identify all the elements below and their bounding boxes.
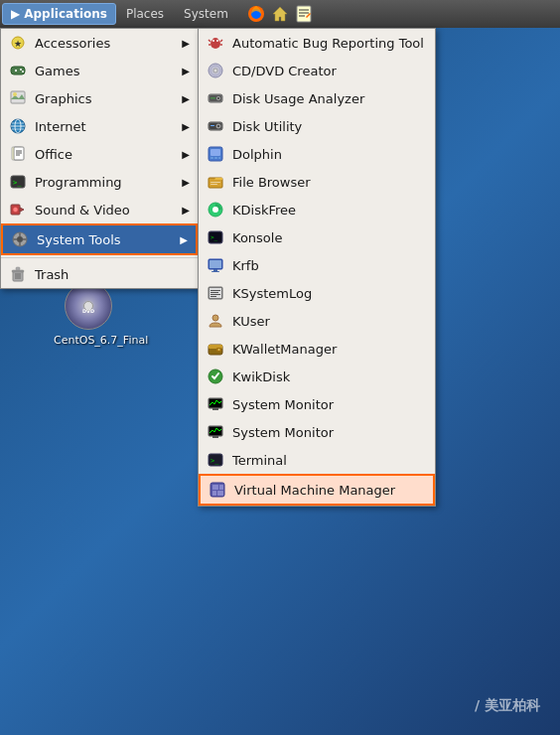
menu-item-sound-video[interactable]: Sound & Video ▶ bbox=[1, 196, 198, 223]
krfb-icon bbox=[207, 256, 224, 274]
taskbar: ▶ Applications Places System bbox=[0, 0, 560, 28]
places-label: Places bbox=[126, 7, 164, 21]
submenu-item-kwikdisk[interactable]: KwikDisk bbox=[199, 363, 435, 390]
ksystemlog-icon bbox=[207, 284, 224, 302]
svg-point-12 bbox=[22, 71, 24, 73]
svg-rect-102 bbox=[219, 485, 223, 490]
menu-item-internet[interactable]: Internet ▶ bbox=[1, 112, 198, 140]
svg-rect-104 bbox=[217, 491, 223, 496]
office-label: Office bbox=[35, 147, 72, 162]
system-tools-label: System Tools bbox=[37, 232, 121, 247]
konsole-label: Konsole bbox=[232, 230, 282, 245]
trash-icon bbox=[9, 265, 27, 283]
places-menu-button[interactable]: Places bbox=[116, 3, 174, 25]
svg-point-31 bbox=[17, 236, 23, 242]
menu-item-accessories[interactable]: ★ Accessories ▶ bbox=[1, 29, 198, 57]
submenu-item-cd-creator[interactable]: CD/DVD Creator bbox=[199, 57, 435, 84]
firefox-icon[interactable] bbox=[246, 4, 266, 24]
virtual-machine-label: Virtual Machine Manager bbox=[234, 483, 395, 498]
submenu-item-kdiskfree[interactable]: KDiskFree bbox=[199, 196, 435, 223]
svg-point-29 bbox=[13, 208, 18, 213]
graphics-icon bbox=[9, 89, 27, 107]
kwikdisk-label: KwikDisk bbox=[232, 369, 290, 384]
internet-icon bbox=[9, 117, 27, 135]
watermark: / 美亚柏科 bbox=[475, 697, 540, 715]
svg-line-44 bbox=[209, 40, 210, 42]
menu-item-trash[interactable]: Trash bbox=[1, 260, 198, 288]
svg-rect-94 bbox=[212, 408, 218, 410]
submenu-item-kwalletmanager[interactable]: KWalletManager bbox=[199, 335, 435, 363]
svg-rect-33 bbox=[19, 242, 21, 246]
submenu-item-dolphin[interactable]: Dolphin bbox=[199, 140, 435, 168]
submenu-item-system-monitor-2[interactable]: System Monitor bbox=[199, 418, 435, 446]
submenu-item-disk-utility[interactable]: Disk Utility bbox=[199, 112, 435, 140]
svg-rect-57 bbox=[210, 97, 215, 99]
system-tools-icon bbox=[11, 230, 29, 248]
system-menu-button[interactable]: System bbox=[174, 3, 238, 25]
svg-point-14 bbox=[13, 92, 17, 96]
submenu-item-krfb[interactable]: Krfb bbox=[199, 251, 435, 279]
accessories-icon: ★ bbox=[9, 34, 27, 52]
svg-point-51 bbox=[213, 69, 217, 73]
sound-video-icon bbox=[9, 201, 27, 219]
text-editor-icon[interactable] bbox=[294, 4, 314, 24]
system-label: System bbox=[184, 7, 228, 21]
system-tools-submenu: Automatic Bug Reporting Tool CD/DVD Crea… bbox=[198, 28, 436, 507]
submenu-item-terminal[interactable]: >_ Terminal bbox=[199, 446, 435, 474]
menu-separator bbox=[1, 257, 198, 258]
kdiskfree-label: KDiskFree bbox=[232, 203, 296, 218]
cd-creator-label: CD/DVD Creator bbox=[232, 64, 337, 78]
submenu-item-disk-usage[interactable]: Disk Usage Analyzer bbox=[199, 84, 435, 112]
svg-rect-82 bbox=[210, 290, 220, 291]
svg-rect-37 bbox=[12, 270, 24, 272]
menu-item-system-tools[interactable]: System Tools ▶ bbox=[1, 223, 198, 255]
sound-video-label: Sound & Video bbox=[35, 203, 130, 218]
file-browser-icon bbox=[207, 173, 224, 191]
svg-rect-79 bbox=[211, 271, 219, 272]
submenu-item-konsole[interactable]: >_ Konsole bbox=[199, 223, 435, 251]
applications-menu: ★ Accessories ▶ Games ▶ bbox=[0, 28, 199, 289]
system-monitor-2-label: System Monitor bbox=[232, 425, 334, 440]
svg-rect-83 bbox=[210, 292, 218, 293]
submenu-item-kuser[interactable]: KUser bbox=[199, 307, 435, 335]
disk-utility-icon bbox=[207, 117, 224, 135]
svg-marker-28 bbox=[20, 208, 24, 212]
office-arrow: ▶ bbox=[182, 149, 190, 160]
submenu-item-ksystemlog[interactable]: KSystemLog bbox=[199, 279, 435, 307]
system-monitor-2-icon bbox=[207, 423, 224, 441]
menu-item-office[interactable]: Office ▶ bbox=[1, 140, 198, 168]
dvd-icon: DVD bbox=[65, 282, 112, 330]
virtual-machine-icon bbox=[209, 481, 226, 499]
system-tools-arrow: ▶ bbox=[180, 234, 188, 245]
bug-reporting-label: Automatic Bug Reporting Tool bbox=[232, 36, 424, 51]
svg-rect-32 bbox=[19, 232, 21, 236]
ksystemlog-label: KSystemLog bbox=[232, 286, 312, 301]
submenu-item-bug-reporting[interactable]: Automatic Bug Reporting Tool bbox=[199, 29, 435, 57]
programming-icon: >_ bbox=[9, 173, 27, 191]
svg-rect-77 bbox=[210, 260, 221, 268]
svg-rect-64 bbox=[210, 149, 220, 156]
svg-rect-65 bbox=[210, 157, 213, 159]
svg-rect-78 bbox=[213, 269, 217, 271]
file-browser-label: File Browser bbox=[232, 175, 311, 190]
programming-label: Programming bbox=[35, 175, 122, 190]
menu-item-games[interactable]: Games ▶ bbox=[1, 57, 198, 84]
system-monitor-1-icon bbox=[207, 395, 224, 413]
submenu-item-virtual-machine[interactable]: Virtual Machine Manager bbox=[199, 474, 435, 506]
svg-text:>_: >_ bbox=[210, 457, 219, 465]
svg-point-48 bbox=[212, 40, 214, 42]
konsole-icon: >_ bbox=[207, 228, 224, 246]
home-icon[interactable] bbox=[270, 4, 290, 24]
games-label: Games bbox=[35, 64, 79, 78]
submenu-item-file-browser[interactable]: File Browser bbox=[199, 168, 435, 196]
svg-rect-66 bbox=[214, 157, 217, 159]
applications-menu-button[interactable]: ▶ Applications bbox=[2, 3, 116, 25]
svg-point-61 bbox=[217, 125, 219, 127]
menu-item-programming[interactable]: >_ Programming ▶ bbox=[1, 168, 198, 196]
svg-point-56 bbox=[217, 97, 219, 99]
submenu-item-system-monitor-1[interactable]: System Monitor bbox=[199, 390, 435, 418]
menu-item-graphics[interactable]: Graphics ▶ bbox=[1, 84, 198, 112]
svg-point-86 bbox=[212, 315, 218, 321]
desktop: ▶ Applications Places System bbox=[0, 0, 560, 735]
svg-rect-2 bbox=[297, 6, 311, 22]
